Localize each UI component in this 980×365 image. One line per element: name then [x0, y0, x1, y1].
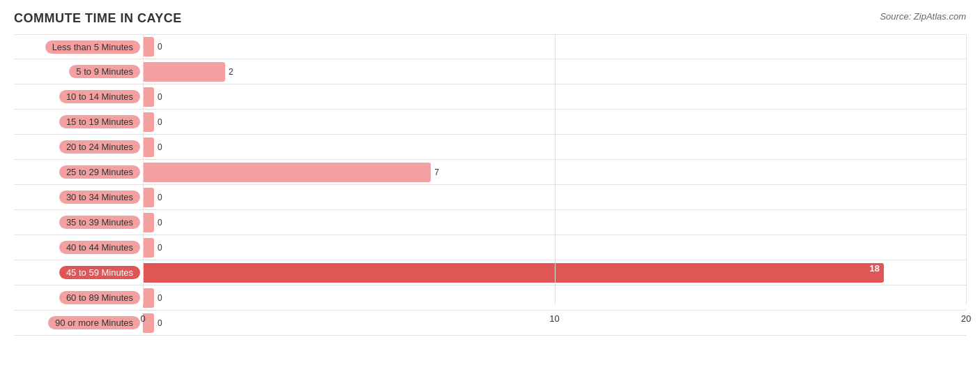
bar-track: 0 — [143, 235, 966, 260]
bar-row: 5 to 9 Minutes2 — [14, 59, 966, 84]
bar-fill: 18 — [143, 263, 884, 283]
bar-row: 35 to 39 Minutes0 — [14, 210, 966, 235]
x-tick-label: 10 — [549, 313, 559, 324]
bar-label: 40 to 44 Minutes — [14, 241, 143, 254]
bar-track: 0 — [143, 135, 966, 159]
grid-line — [966, 34, 967, 304]
bar-row: Less than 5 Minutes0 — [14, 34, 966, 59]
bar-track: 0 — [143, 185, 966, 209]
bar-row: 10 to 14 Minutes0 — [14, 84, 966, 110]
bar-label: 60 to 89 Minutes — [14, 291, 143, 304]
x-tick-label: 20 — [961, 313, 971, 324]
bar-label: 20 to 24 Minutes — [14, 140, 143, 154]
bar-row: 30 to 34 Minutes0 — [14, 185, 966, 210]
bar-value-inside: 18 — [869, 263, 879, 274]
bar-label: Less than 5 Minutes — [14, 40, 143, 54]
bar-row: 45 to 59 Minutes18 — [14, 260, 966, 285]
bar-value: 0 — [158, 293, 162, 303]
bar-label: 45 to 59 Minutes — [14, 266, 143, 279]
chart-source: Source: ZipAtlas.com — [880, 11, 966, 22]
bar-row: 20 to 24 Minutes0 — [14, 135, 966, 160]
bar-track: 18 — [143, 260, 966, 285]
bar-fill-zero — [143, 213, 154, 232]
bar-track: 7 — [143, 160, 966, 184]
bar-track: 0 — [143, 110, 966, 134]
bar-fill-zero — [143, 137, 154, 157]
bar-label: 5 to 9 Minutes — [14, 65, 143, 78]
bar-value: 0 — [158, 218, 162, 228]
bars-area: Less than 5 Minutes05 to 9 Minutes210 to… — [14, 34, 966, 304]
bar-value: 2 — [229, 67, 233, 77]
bar-track: 0 — [143, 84, 966, 109]
bar-row: 15 to 19 Minutes0 — [14, 110, 966, 135]
bar-value: 0 — [158, 92, 162, 102]
bar-value: 0 — [158, 42, 162, 52]
bar-fill-zero — [143, 188, 154, 207]
bar-label: 10 to 14 Minutes — [14, 90, 143, 103]
bar-track: 2 — [143, 59, 966, 84]
chart-container: COMMUTE TIME IN CAYCE Source: ZipAtlas.c… — [0, 0, 980, 365]
bar-fill-zero — [143, 37, 154, 57]
bar-fill — [143, 163, 431, 182]
bar-fill-zero — [143, 238, 154, 258]
bar-value: 0 — [158, 243, 162, 253]
bar-value: 7 — [434, 167, 439, 177]
x-axis: 01020 — [143, 304, 966, 325]
bar-row: 25 to 29 Minutes7 — [14, 160, 966, 185]
bar-label: 35 to 39 Minutes — [14, 216, 143, 229]
chart-body: Less than 5 Minutes05 to 9 Minutes210 to… — [14, 34, 966, 325]
bar-fill-zero — [143, 87, 154, 107]
bar-track: 0 — [143, 35, 966, 59]
bar-track: 0 — [143, 210, 966, 234]
bar-value: 0 — [158, 142, 162, 152]
bar-row: 40 to 44 Minutes0 — [14, 235, 966, 260]
x-tick-label: 0 — [140, 313, 145, 324]
bar-label: 30 to 34 Minutes — [14, 191, 143, 204]
bar-value: 0 — [158, 193, 162, 202]
bar-fill-zero — [143, 112, 154, 132]
bar-value: 0 — [158, 117, 162, 127]
chart-header: COMMUTE TIME IN CAYCE Source: ZipAtlas.c… — [14, 11, 966, 26]
bar-fill — [143, 62, 225, 82]
bar-label: 25 to 29 Minutes — [14, 165, 143, 179]
chart-title: COMMUTE TIME IN CAYCE — [14, 11, 182, 26]
bar-label: 15 to 19 Minutes — [14, 115, 143, 128]
bar-label: 90 or more Minutes — [14, 316, 143, 329]
